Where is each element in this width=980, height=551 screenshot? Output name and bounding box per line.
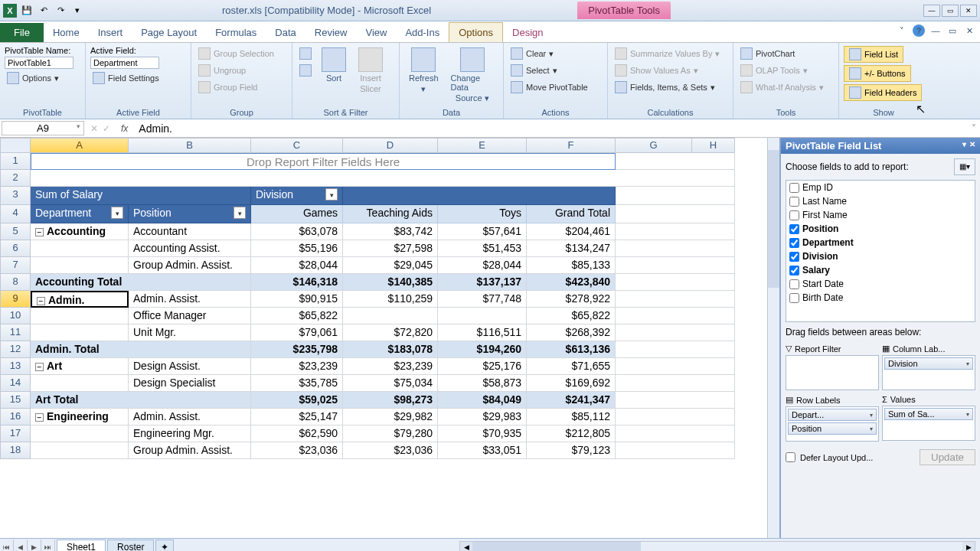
doc-minimize-icon[interactable]: —: [929, 24, 942, 37]
name-box[interactable]: A9: [2, 121, 84, 135]
worksheet-grid[interactable]: ABCDEFGH 1Drop Report Filter Fields Here…: [0, 138, 779, 538]
new-sheet-button[interactable]: ✦: [155, 540, 174, 551]
pivot-value[interactable]: $28,044: [251, 257, 343, 274]
whatif-button[interactable]: What-If Analysis ▾: [738, 80, 826, 95]
sort-desc-button[interactable]: [297, 63, 314, 78]
select-all-corner[interactable]: [0, 138, 31, 153]
chip-sum-salary[interactable]: Sum of Sa...: [884, 408, 973, 420]
cell[interactable]: [616, 425, 735, 442]
pivot-row-field-dept[interactable]: Department▾: [31, 205, 129, 223]
field-checkbox[interactable]: [789, 293, 799, 303]
tab-options[interactable]: Options: [449, 22, 503, 42]
pivot-value[interactable]: $70,935: [438, 425, 527, 442]
row-header[interactable]: 6: [0, 240, 31, 257]
pivot-row-field-pos[interactable]: Position▾: [129, 205, 251, 223]
pivot-filter-drop[interactable]: Drop Report Filter Fields Here: [31, 153, 616, 170]
field-checkbox[interactable]: [789, 279, 799, 289]
cell[interactable]: [31, 442, 129, 459]
select-button[interactable]: Select ▾: [508, 63, 560, 78]
pivot-value[interactable]: $75,034: [343, 375, 438, 392]
pivot-value[interactable]: $79,123: [527, 442, 616, 459]
column-header-F[interactable]: F: [527, 138, 616, 153]
cell[interactable]: [616, 308, 735, 324]
pivot-value[interactable]: $79,280: [343, 425, 438, 442]
cell[interactable]: [343, 187, 616, 205]
pivot-value[interactable]: $27,598: [343, 240, 438, 257]
group-field-button[interactable]: Group Field: [196, 80, 260, 95]
ungroup-button[interactable]: Ungroup: [196, 63, 248, 78]
pivot-value[interactable]: $65,822: [251, 308, 343, 324]
row-header[interactable]: 16: [0, 409, 31, 425]
refresh-button[interactable]: Refresh▾: [404, 46, 443, 96]
field-checkbox[interactable]: [789, 266, 799, 276]
pivot-value[interactable]: $23,239: [343, 358, 438, 375]
doc-restore-icon[interactable]: ▭: [946, 24, 959, 37]
pivot-value[interactable]: $110,259: [343, 291, 438, 308]
row-header[interactable]: 8: [0, 274, 31, 291]
cell[interactable]: [616, 409, 735, 425]
drop-area-columns[interactable]: Division: [882, 355, 975, 390]
sheet-tab-roster[interactable]: Roster: [107, 540, 154, 551]
pivot-value[interactable]: $268,392: [527, 324, 616, 341]
pivot-value[interactable]: $116,511: [438, 324, 527, 341]
pivot-subtotal-value[interactable]: $241,347: [527, 392, 616, 409]
tab-home[interactable]: Home: [44, 23, 89, 42]
pivot-category[interactable]: −Engineering: [31, 409, 129, 425]
pivot-value[interactable]: $85,133: [527, 257, 616, 274]
tab-data[interactable]: Data: [266, 23, 305, 42]
field-department[interactable]: Department: [786, 236, 975, 249]
tab-design[interactable]: Design: [503, 23, 552, 42]
undo-icon[interactable]: ↶: [37, 4, 51, 18]
pivot-value[interactable]: $23,036: [343, 442, 438, 459]
formulabar-expand-icon[interactable]: ˅: [968, 123, 980, 134]
pivot-value[interactable]: $55,196: [251, 240, 343, 257]
tab-formulas[interactable]: Formulas: [206, 23, 266, 42]
pivot-category[interactable]: −Admin.: [31, 291, 129, 308]
cell[interactable]: [31, 308, 129, 324]
row-header[interactable]: 13: [0, 358, 31, 375]
cell[interactable]: [616, 205, 735, 223]
move-pivottable-button[interactable]: Move PivotTable: [508, 80, 590, 95]
vertical-scrollbar[interactable]: [767, 138, 779, 538]
column-header-G[interactable]: G: [616, 138, 692, 153]
pivot-value[interactable]: $25,176: [438, 358, 527, 375]
field-settings-button[interactable]: Field Settings: [90, 70, 162, 86]
qat-dropdown-icon[interactable]: ▾: [70, 4, 84, 18]
pivot-subtotal-value[interactable]: $235,798: [251, 341, 343, 358]
tab-view[interactable]: View: [356, 23, 396, 42]
activefield-input[interactable]: [90, 57, 159, 69]
pivot-value[interactable]: $25,147: [251, 409, 343, 425]
pivot-value[interactable]: $23,239: [251, 358, 343, 375]
pivot-subtotal-label[interactable]: Art Total: [31, 392, 251, 409]
fx-icon[interactable]: fx: [115, 123, 134, 134]
hscroll-left[interactable]: ◀: [460, 542, 472, 551]
pivot-value[interactable]: $83,742: [343, 223, 438, 240]
update-button[interactable]: Update: [920, 449, 975, 465]
sheet-nav-last[interactable]: ⏭: [41, 540, 55, 552]
column-header-A[interactable]: A: [31, 138, 129, 153]
pivot-value[interactable]: $51,453: [438, 240, 527, 257]
field-first-name[interactable]: First Name: [786, 208, 975, 222]
group-selection-button[interactable]: Group Selection: [196, 46, 276, 61]
field-division[interactable]: Division: [786, 249, 975, 263]
chip-division[interactable]: Division: [884, 357, 973, 370]
field-checkbox[interactable]: [789, 197, 799, 207]
cell[interactable]: [616, 240, 735, 257]
showvaluesas-button[interactable]: Show Values As ▾: [612, 63, 701, 78]
pivot-subtotal-value[interactable]: $613,136: [527, 341, 616, 358]
pivot-position[interactable]: Admin. Assist.: [129, 409, 251, 425]
cell[interactable]: [31, 240, 129, 257]
pivot-subtotal-value[interactable]: $140,385: [343, 274, 438, 291]
pivot-col-header[interactable]: Games: [251, 205, 343, 223]
cell[interactable]: [616, 375, 735, 392]
cell[interactable]: [31, 375, 129, 392]
field-list-close-icon[interactable]: ✕: [969, 140, 975, 152]
row-header[interactable]: 17: [0, 425, 31, 442]
drop-area-filter[interactable]: [786, 355, 879, 390]
field-birth-date[interactable]: Birth Date: [786, 291, 975, 305]
pivot-value[interactable]: $90,915: [251, 291, 343, 308]
pivot-value[interactable]: $33,051: [438, 442, 527, 459]
pivot-subtotal-value[interactable]: $59,025: [251, 392, 343, 409]
pivot-value[interactable]: $79,061: [251, 324, 343, 341]
field-last-name[interactable]: Last Name: [786, 194, 975, 208]
